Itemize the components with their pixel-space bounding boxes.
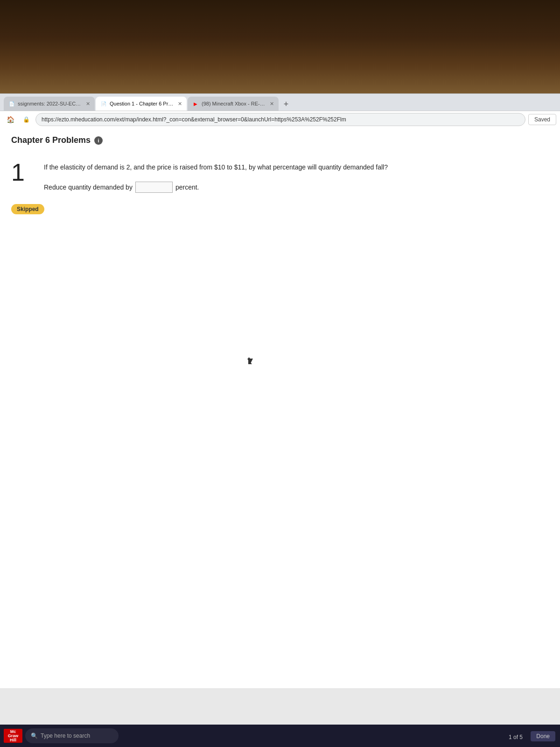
tab-label-minecraft: (98) Minecraft Xbox - RE-Solitude (202, 101, 267, 106)
taskbar-search[interactable]: 🔍 Type here to search (25, 728, 119, 743)
done-button[interactable]: Done (531, 731, 555, 741)
answer-row: Reduce quantity demanded by percent. (44, 182, 549, 193)
new-tab-button[interactable]: + (280, 98, 293, 111)
answer-prefix: Reduce quantity demanded by (44, 183, 133, 191)
tab-minecraft[interactable]: ▶ (98) Minecraft Xbox - RE-Solitude ✕ (188, 97, 279, 111)
question-body: If the elasticity of demand is 2, and th… (44, 160, 549, 193)
tab-favicon-minecraft: ▶ (192, 100, 199, 107)
search-placeholder-text: Type here to search (41, 733, 90, 739)
tab-favicon-assignments: 📄 (8, 100, 15, 107)
page-header: Chapter 6 Problems i (11, 135, 549, 149)
tab-question[interactable]: 📄 Question 1 - Chapter 6 Problems ✕ (96, 97, 187, 111)
tab-bar: 📄 ssignments: 2022-SU-ECO2023 ✕ 📄 Questi… (0, 94, 560, 111)
search-icon: 🔍 (31, 733, 38, 739)
info-icon[interactable]: i (94, 136, 103, 145)
pagination-info: 1 of 5 (509, 734, 523, 740)
question-text: If the elasticity of demand is 2, and th… (44, 162, 549, 172)
question-1-container: 1 If the elasticity of demand is 2, and … (11, 160, 549, 193)
page-title: Chapter 6 Problems (11, 135, 91, 145)
url-text: https://ezto.mheducation.com/ext/map/ind… (42, 116, 346, 123)
tab-favicon-question: 📄 (100, 100, 107, 107)
answer-input[interactable] (135, 182, 173, 193)
taskbar: Mc Graw Hill 🔍 Type here to search 1 of … (0, 725, 560, 747)
saved-button[interactable]: Saved (528, 114, 556, 125)
tab-assignments[interactable]: 📄 ssignments: 2022-SU-ECO2023 ✕ (4, 97, 95, 111)
address-field[interactable]: https://ezto.mheducation.com/ext/map/ind… (35, 113, 525, 126)
tab-close-minecraft[interactable]: ✕ (270, 101, 274, 107)
tab-close-assignments[interactable]: ✕ (86, 101, 90, 107)
logo-hill-text: Hill (10, 738, 16, 742)
main-content: Chapter 6 Problems i 1 If the elasticity… (0, 128, 560, 688)
tab-label-assignments: ssignments: 2022-SU-ECO2023 (18, 101, 83, 106)
mcgraw-hill-logo: Mc Graw Hill (4, 729, 22, 743)
question-number: 1 (11, 160, 35, 193)
lock-indicator: 🔒 (20, 113, 33, 126)
answer-suffix: percent. (175, 183, 199, 191)
monitor-bezel (0, 0, 560, 93)
home-button[interactable]: 🏠 (4, 113, 17, 126)
tab-label-question: Question 1 - Chapter 6 Problems (110, 101, 175, 106)
address-bar-row: 🏠 🔒 https://ezto.mheducation.com/ext/map… (0, 111, 560, 128)
browser-chrome: 📄 ssignments: 2022-SU-ECO2023 ✕ 📄 Questi… (0, 93, 560, 128)
tab-close-question[interactable]: ✕ (178, 101, 182, 107)
skipped-badge[interactable]: Skipped (11, 204, 44, 214)
